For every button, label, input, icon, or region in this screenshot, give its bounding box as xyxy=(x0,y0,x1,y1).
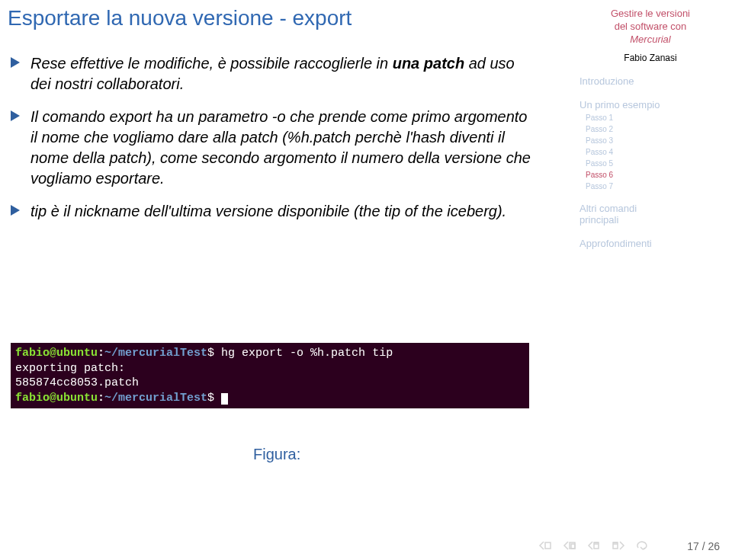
terminal-line-3: 585874cc8053.patch xyxy=(15,376,525,391)
bullet-item: Rese effettive le modifiche, è possibile… xyxy=(11,53,537,94)
cursor-icon xyxy=(221,393,228,405)
bullet-list: Rese effettive le modifiche, è possibile… xyxy=(11,53,537,222)
nav-up-icon[interactable] xyxy=(587,540,601,551)
svg-rect-2 xyxy=(571,544,575,549)
bullet-marker-icon xyxy=(11,57,20,68)
page-number: 17 / 26 xyxy=(687,540,720,552)
svg-rect-0 xyxy=(545,542,551,549)
nav-step-6[interactable]: Passo 6 xyxy=(586,171,721,179)
nav-step-2[interactable]: Passo 2 xyxy=(586,125,721,133)
nav-step-4[interactable]: Passo 4 xyxy=(586,148,721,156)
bullet-marker-icon xyxy=(11,110,20,121)
sidebar-title: Gestire le versioni del software con Mer… xyxy=(580,8,721,46)
terminal-screenshot: fabio@ubuntu:~/mercurialTest$ hg export … xyxy=(11,343,529,408)
nav-step-5[interactable]: Passo 5 xyxy=(586,159,721,168)
sidebar: Gestire le versioni del software con Mer… xyxy=(572,0,732,249)
terminal-line-4: fabio@ubuntu:~/mercurialTest$ xyxy=(15,391,525,406)
terminal-line-1: fabio@ubuntu:~/mercurialTest$ hg export … xyxy=(15,346,525,361)
nav-step-3[interactable]: Passo 3 xyxy=(586,136,721,145)
nav-step-7[interactable]: Passo 7 xyxy=(586,182,721,190)
nav-first-icon[interactable] xyxy=(538,540,552,551)
svg-rect-1 xyxy=(570,542,575,549)
nav-introduzione[interactable]: Introduzione xyxy=(580,75,721,87)
bullet-item: Il comando export ha un parametro -o che… xyxy=(11,107,537,189)
nav-un-primo-esempio[interactable]: Un primo esempio xyxy=(580,99,721,110)
sidebar-author: Fabio Zanasi xyxy=(580,53,721,63)
nav-next-icon[interactable] xyxy=(612,540,625,551)
bullet-marker-icon xyxy=(11,205,20,216)
nav-prev-icon[interactable] xyxy=(563,540,576,551)
footer: 17 / 26 xyxy=(0,530,732,560)
nav-controls xyxy=(538,540,651,551)
nav-step-1[interactable]: Passo 1 xyxy=(586,114,721,122)
nav-undo-icon[interactable] xyxy=(636,540,651,551)
bullet-item: tip è il nickname dell'ultima versione d… xyxy=(11,201,537,222)
nav-altri-comandi[interactable]: Altri comandiprincipali xyxy=(580,203,721,226)
terminal-line-2: exporting patch: xyxy=(15,361,525,376)
nav-approfondimenti[interactable]: Approfondimenti xyxy=(580,238,721,249)
main-content: Rese effettive le modifiche, è possibile… xyxy=(11,53,537,234)
figure-caption: Figura: xyxy=(253,446,300,463)
